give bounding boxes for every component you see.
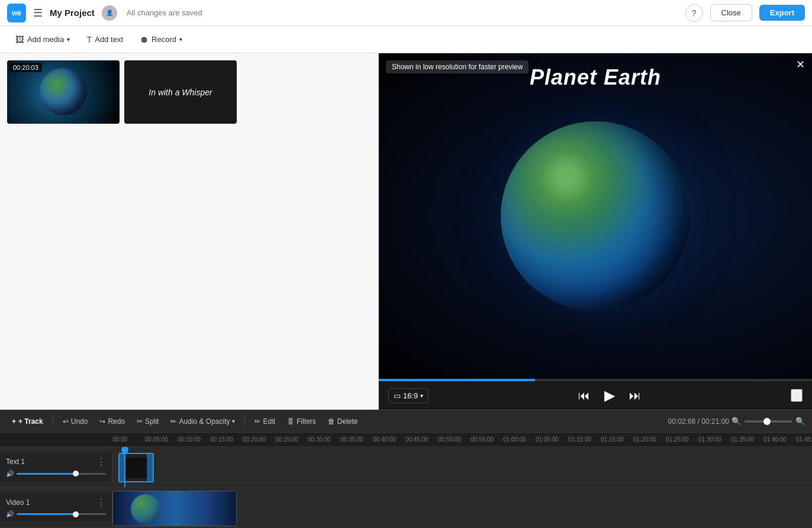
ruler-mark: 01:20:00 — [633, 436, 666, 443]
track-content-text — [112, 447, 812, 487]
track-name-video: Video 1 — [6, 498, 30, 507]
skip-back-button[interactable]: ⏮ — [578, 389, 590, 403]
ruler-mark: 00:00 — [112, 436, 145, 443]
add-media-chevron-icon: ▾ — [67, 36, 70, 43]
track-name-text: Text 1 — [6, 458, 25, 466]
delete-button[interactable]: 🗑 Delete — [323, 415, 363, 428]
track-header-video: Video 1 ⋮ 🔊 — [0, 493, 112, 521]
filters-button[interactable]: 🎛 Filters — [282, 415, 321, 428]
logo: we — [7, 4, 26, 22]
track-volume-text: 🔊 — [6, 470, 106, 478]
ruler-mark: 00:20:00 — [243, 436, 275, 443]
zoom-controls: 🔍 🔍 — [732, 417, 805, 426]
aspect-ratio-chevron: ▾ — [420, 392, 423, 399]
undo-button[interactable]: ↩ Undo — [58, 415, 93, 428]
preview-panel: Shown in low resolution for faster previ… — [379, 53, 812, 410]
toolbar-separator-2 — [244, 416, 245, 427]
add-text-label: Add text — [95, 35, 123, 44]
play-button[interactable]: ▶ — [604, 387, 615, 404]
zoom-in-icon[interactable]: 🔍 — [795, 417, 805, 426]
zoom-out-icon[interactable]: 🔍 — [732, 417, 741, 426]
export-button[interactable]: Export — [759, 5, 805, 21]
zoom-thumb — [763, 418, 771, 425]
ruler-mark: 00:25:00 — [275, 436, 308, 443]
record-icon: ⏺ — [140, 34, 149, 44]
track-more-text[interactable]: ⋮ — [96, 456, 106, 468]
ruler-mark: 01:30:00 — [698, 436, 731, 443]
text-clip[interactable] — [118, 453, 154, 482]
ruler-mark: 01:25:00 — [666, 436, 698, 443]
track-header-text: Text 1 ⋮ 🔊 — [0, 453, 112, 481]
timeline: + + Track ↩ Undo ↪ Redo ✂ Split ✏ Audio … — [0, 410, 812, 528]
text-thumbnail-label: In with a Whisper — [149, 88, 212, 97]
track-more-video[interactable]: ⋮ — [96, 497, 106, 508]
track-row-text: Text 1 ⋮ 🔊 — [0, 447, 812, 488]
video-clip[interactable] — [112, 491, 237, 526]
split-icon: ✂ — [137, 417, 143, 426]
clip-earth-thumbnail — [131, 494, 160, 524]
ruler-mark: 01:45:00 — [796, 436, 812, 443]
ruler-mark: 00:55:00 — [471, 436, 503, 443]
avatar[interactable]: 👤 — [102, 5, 117, 21]
ruler-marks: 00:0000:05:0000:10:0000:15:0000:20:0000:… — [112, 436, 812, 443]
audio-opacity-icon: ✏ — [170, 417, 176, 426]
timeline-tracks: Text 1 ⋮ 🔊 — [0, 447, 812, 528]
add-track-label: + Track — [18, 417, 43, 426]
volume-icon-video: 🔊 — [6, 510, 14, 518]
volume-slider-text[interactable] — [17, 473, 106, 475]
toolbar: 🖼 Add media ▾ T Add text ⏺ Record ▾ — [0, 26, 812, 53]
aspect-ratio-select[interactable]: ▭ 16:9 ▾ — [388, 388, 428, 403]
ruler-mark: 01:05:00 — [536, 436, 568, 443]
audio-opacity-button[interactable]: ✏ Audio & Opacity ▾ — [166, 415, 240, 428]
ruler-mark: 00:05:00 — [145, 436, 178, 443]
media-item-1[interactable]: In with a Whisper — [124, 60, 237, 124]
track-volume-video: 🔊 — [6, 510, 106, 518]
preview-notice: Shown in low resolution for faster previ… — [386, 60, 529, 73]
filters-label: Filters — [297, 417, 316, 426]
preview-title: Planet Earth — [530, 65, 661, 90]
preview-close-button[interactable]: ✕ — [796, 58, 805, 71]
media-panel: 00:20:03 In with a Whisper — [0, 53, 379, 410]
media-duration-0: 00:20:03 — [9, 63, 42, 72]
aspect-ratio-icon: ▭ — [394, 391, 401, 400]
redo-button[interactable]: ↪ Redo — [95, 415, 130, 428]
split-label: Split — [145, 417, 159, 426]
redo-icon: ↪ — [99, 417, 105, 426]
add-text-button[interactable]: T Add text — [80, 31, 129, 47]
volume-thumb-video — [73, 511, 79, 517]
project-name[interactable]: My Project — [50, 8, 95, 18]
timeline-ruler: 00:0000:05:0000:10:0000:15:0000:20:0000:… — [0, 433, 812, 447]
zoom-slider[interactable] — [745, 420, 792, 423]
edit-label: Edit — [263, 417, 275, 426]
help-button[interactable]: ? — [685, 4, 703, 22]
ruler-mark: 00:50:00 — [438, 436, 471, 443]
split-button[interactable]: ✂ Split — [132, 415, 163, 428]
header: we ☰ My Project 👤 All changes are saved … — [0, 0, 812, 26]
toolbar-separator-1 — [53, 416, 53, 427]
ruler-mark: 01:35:00 — [731, 436, 763, 443]
ruler-mark: 01:10:00 — [568, 436, 601, 443]
media-item-0[interactable]: 00:20:03 — [7, 60, 120, 124]
preview-earth-container: Planet Earth — [379, 53, 812, 379]
edit-button[interactable]: ✏ Edit — [250, 415, 280, 428]
fullscreen-button[interactable]: ⛶ — [791, 389, 803, 402]
ruler-mark: 01:40:00 — [763, 436, 796, 443]
ruler-mark: 00:15:00 — [210, 436, 243, 443]
volume-slider-video[interactable] — [17, 513, 106, 515]
add-media-label: Add media — [27, 35, 64, 44]
undo-icon: ↩ — [63, 417, 69, 426]
main-layout: 00:20:03 In with a Whisper Shown in low … — [0, 53, 812, 410]
playback-controls: ⏮ ▶ ⏭ — [428, 387, 791, 404]
clip-handle-left-text[interactable] — [120, 454, 125, 481]
add-track-button[interactable]: + + Track — [7, 415, 48, 428]
timeline-toolbar: + + Track ↩ Undo ↪ Redo ✂ Split ✏ Audio … — [0, 410, 812, 433]
menu-icon[interactable]: ☰ — [33, 7, 43, 20]
add-media-icon: 🖼 — [15, 34, 24, 44]
audio-opacity-chevron: ▾ — [232, 418, 235, 424]
undo-label: Undo — [71, 417, 88, 426]
add-media-button[interactable]: 🖼 Add media ▾ — [9, 31, 76, 47]
skip-forward-button[interactable]: ⏭ — [629, 389, 641, 403]
record-button[interactable]: ⏺ Record ▾ — [134, 31, 188, 47]
close-button[interactable]: Close — [710, 4, 752, 21]
clip-handle-right-text[interactable] — [147, 454, 153, 481]
